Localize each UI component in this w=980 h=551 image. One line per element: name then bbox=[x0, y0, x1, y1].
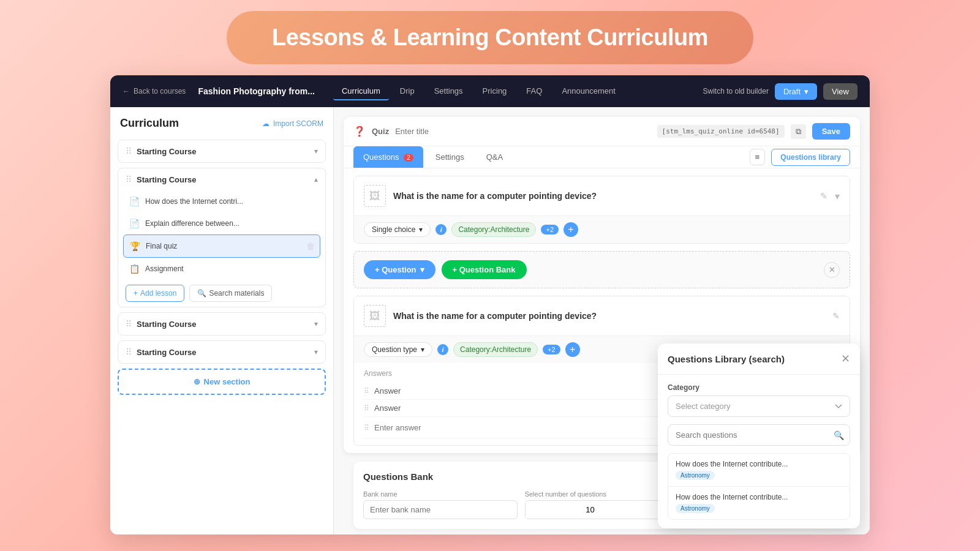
view-button[interactable]: View bbox=[823, 83, 858, 100]
tab-questions[interactable]: Questions 2 bbox=[353, 146, 423, 168]
quiz-tabs: Questions 2 Settings Q&A ≡ Questions lib… bbox=[344, 146, 860, 168]
list-view-button[interactable]: ≡ bbox=[750, 149, 766, 165]
question2-text: What is the name for a computer pointing… bbox=[393, 311, 825, 321]
sidebar-header: Curriculum ☁ Import SCORM bbox=[118, 117, 326, 130]
tab-pricing[interactable]: Pricing bbox=[474, 83, 516, 100]
library-search-input[interactable] bbox=[668, 424, 850, 446]
library-result-item[interactable]: How does the Internet contribute... Astr… bbox=[668, 487, 850, 519]
edit-question2-icon[interactable]: ✎ bbox=[832, 311, 840, 321]
add-attribute-button[interactable]: + bbox=[564, 222, 578, 237]
bank-name-group: Bank name bbox=[363, 490, 518, 519]
section2-header[interactable]: ⠿ Starting Course ▴ bbox=[118, 168, 325, 190]
num-questions-input[interactable] bbox=[526, 501, 665, 519]
lesson-item[interactable]: 📋 Assignment bbox=[123, 258, 320, 280]
lesson-name: Assignment bbox=[145, 264, 315, 273]
bank-name-label: Bank name bbox=[363, 490, 518, 498]
search-wrapper bbox=[668, 424, 850, 446]
hero-banner: Lessons & Learning Content Curriculum bbox=[227, 11, 753, 64]
lesson-doc-icon: 📄 bbox=[128, 195, 140, 208]
switch-old-builder[interactable]: Switch to old builder bbox=[703, 87, 768, 96]
quiz-header: ❓ Quiz [stm_lms_quiz_online id=6548] ⧉ S… bbox=[344, 117, 860, 146]
question-type-dropdown[interactable]: Single choice ▾ bbox=[364, 222, 431, 237]
collapse-question-icon[interactable]: ▾ bbox=[835, 190, 840, 202]
drag-handle-icon: ⠿ bbox=[126, 319, 132, 329]
tab-settings[interactable]: Settings bbox=[426, 83, 472, 100]
tab-drip[interactable]: Drip bbox=[391, 83, 423, 100]
lesson-item[interactable]: 📄 How does the Internet contri... bbox=[123, 190, 320, 212]
bank-name-input[interactable] bbox=[363, 500, 518, 519]
section2-name: Starting Course bbox=[137, 175, 314, 184]
question-image-placeholder: 🖼 bbox=[364, 185, 386, 207]
edit-question-icon[interactable]: ✎ bbox=[820, 191, 827, 201]
sidebar: Curriculum ☁ Import SCORM ⠿ Starting Cou… bbox=[110, 107, 334, 534]
hero-title: Lessons & Learning Content Curriculum bbox=[263, 24, 717, 51]
drag-handle-icon: ⠿ bbox=[126, 174, 132, 184]
lesson-item[interactable]: 📄 Explain difference between... bbox=[123, 212, 320, 234]
draft-button[interactable]: Draft ▾ bbox=[775, 83, 817, 100]
info-tooltip-button[interactable]: i bbox=[435, 224, 447, 235]
quiz-icon: ❓ bbox=[353, 126, 366, 137]
result-text: How does the Internet contribute... bbox=[676, 493, 842, 501]
section4-header[interactable]: ⠿ Starting Course ▾ bbox=[118, 341, 325, 363]
category-tag-2[interactable]: Category:Architecture bbox=[453, 342, 538, 357]
course-title: Fashion Photography from... bbox=[198, 86, 315, 96]
add-attribute2-button[interactable]: + bbox=[565, 342, 580, 357]
section2-collapse-icon: ▴ bbox=[314, 175, 318, 184]
search-materials-button[interactable]: 🔍 Search materials bbox=[189, 285, 272, 302]
tab-faq[interactable]: FAQ bbox=[518, 83, 551, 100]
questions-library-panel: Questions Library (search) ✕ Category Se… bbox=[658, 343, 860, 528]
library-category-select[interactable]: Select category bbox=[668, 395, 850, 417]
cloud-icon: ☁ bbox=[262, 119, 270, 128]
answer-text: Answer bbox=[374, 386, 401, 395]
library-result-item[interactable]: How does the Internet contribute... Astr… bbox=[668, 454, 850, 487]
section-item-expanded: ⠿ Starting Course ▴ 📄 How does the Inter… bbox=[118, 168, 326, 307]
dropdown2-chevron-icon: ▾ bbox=[421, 345, 424, 354]
num-questions-label: Select number of questions bbox=[525, 490, 679, 498]
answer-drag-icon: ⠿ bbox=[364, 387, 369, 395]
num-questions-stepper: ▲ ▼ bbox=[525, 500, 679, 519]
question1-meta: Single choice ▾ i Category:Architecture … bbox=[354, 216, 850, 243]
more-count2-badge[interactable]: +2 bbox=[543, 345, 560, 354]
lesson-name: How does the Internet contri... bbox=[145, 197, 315, 206]
questions-library-button[interactable]: Questions library bbox=[771, 149, 850, 166]
new-section-button[interactable]: ⊕ New section bbox=[118, 369, 326, 395]
sidebar-title: Curriculum bbox=[120, 117, 179, 130]
add-question-row: + Question ▾ + Question Bank ✕ bbox=[353, 251, 850, 288]
draft-chevron-icon: ▾ bbox=[804, 87, 809, 96]
lesson-actions: + Add lesson 🔍 Search materials bbox=[123, 285, 320, 302]
category-tag-1[interactable]: Category:Architecture bbox=[451, 222, 536, 237]
tab-curriculum[interactable]: Curriculum bbox=[333, 83, 389, 100]
add-lesson-button[interactable]: + Add lesson bbox=[126, 285, 184, 302]
lesson-delete-icon[interactable]: 🗑 bbox=[306, 241, 315, 251]
library-title: Questions Library (search) bbox=[668, 354, 785, 364]
section3-collapse-icon: ▾ bbox=[314, 320, 318, 328]
back-label: Back to courses bbox=[134, 87, 186, 96]
drag-handle-icon: ⠿ bbox=[126, 146, 132, 156]
tab-qa[interactable]: Q&A bbox=[477, 146, 513, 168]
info-tooltip2-button[interactable]: i bbox=[437, 344, 448, 355]
copy-shortcode-button[interactable]: ⧉ bbox=[791, 124, 806, 139]
add-question-button[interactable]: + Question ▾ bbox=[364, 260, 435, 279]
more-count-badge[interactable]: +2 bbox=[541, 225, 559, 234]
question1-text: What is the name for a computer pointing… bbox=[393, 191, 813, 201]
library-close-button[interactable]: ✕ bbox=[841, 352, 850, 365]
section-item: ⠿ Starting Course ▾ bbox=[118, 312, 326, 335]
library-results: How does the Internet contribute... Astr… bbox=[668, 453, 850, 520]
section3-header[interactable]: ⠿ Starting Course ▾ bbox=[118, 313, 325, 335]
library-category-label: Category bbox=[668, 383, 850, 392]
tab-settings[interactable]: Settings bbox=[426, 146, 474, 168]
lesson-item-active[interactable]: 🏆 Final quiz 🗑 bbox=[123, 234, 320, 258]
question2-type-dropdown[interactable]: Question type ▾ bbox=[364, 342, 432, 357]
save-quiz-button[interactable]: Save bbox=[812, 123, 850, 140]
section-header[interactable]: ⠿ Starting Course ▾ bbox=[118, 140, 325, 162]
section-collapse-icon: ▾ bbox=[314, 147, 318, 156]
import-scorm-button[interactable]: ☁ Import SCORM bbox=[262, 119, 323, 128]
close-add-row-button[interactable]: ✕ bbox=[824, 262, 840, 278]
tab-announcement[interactable]: Announcement bbox=[553, 83, 624, 100]
plus-icon: + bbox=[134, 289, 138, 298]
add-question-bank-button[interactable]: + Question Bank bbox=[442, 260, 527, 279]
quiz-title-input[interactable] bbox=[395, 127, 650, 136]
section3-name: Starting Course bbox=[137, 320, 314, 329]
dropdown-chevron-icon: ▾ bbox=[419, 225, 423, 234]
back-button[interactable]: ← Back to courses bbox=[123, 87, 186, 96]
